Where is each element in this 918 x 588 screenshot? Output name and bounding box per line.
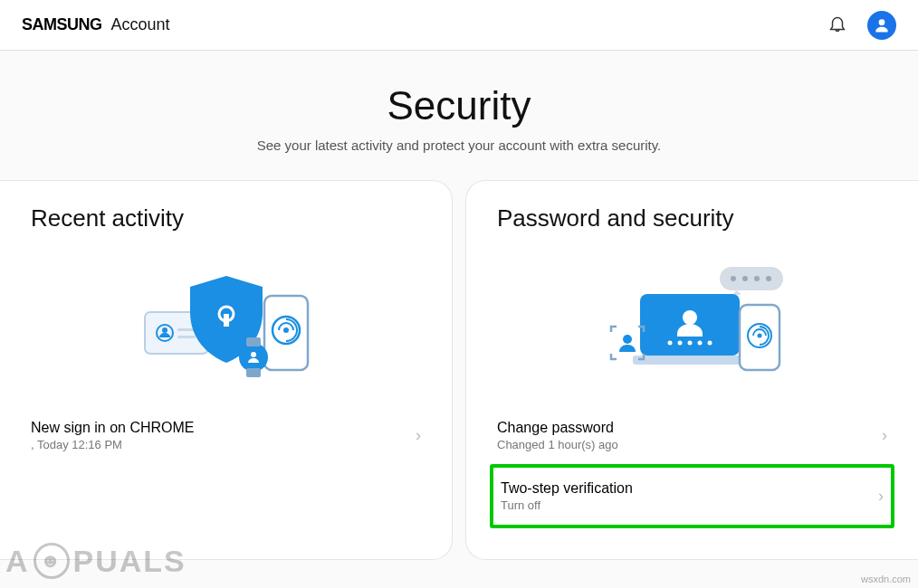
svg-point-3 bbox=[162, 327, 167, 333]
password-security-card: Password and security bbox=[465, 180, 918, 560]
svg-point-32 bbox=[757, 334, 761, 338]
svg-point-28 bbox=[707, 341, 712, 346]
watermark-right: wsxdn.com bbox=[861, 574, 911, 584]
svg-rect-12 bbox=[246, 337, 261, 346]
svg-point-26 bbox=[687, 341, 692, 346]
svg-point-0 bbox=[879, 19, 885, 25]
two-step-verification-row[interactable]: Two-step verification Turn off › bbox=[490, 464, 894, 528]
watermark-left-pre: A bbox=[5, 544, 30, 579]
two-step-sub: Turn off bbox=[501, 498, 633, 512]
svg-rect-5 bbox=[177, 336, 196, 338]
brand-primary: SAMSUNG bbox=[22, 15, 102, 34]
svg-point-10 bbox=[283, 327, 289, 333]
svg-point-27 bbox=[697, 341, 702, 346]
svg-rect-22 bbox=[633, 356, 747, 365]
row-text: Two-step verification Turn off bbox=[501, 480, 633, 512]
svg-rect-15 bbox=[720, 267, 783, 290]
page-title: Security bbox=[18, 83, 900, 128]
svg-point-18 bbox=[754, 276, 760, 281]
notifications-icon[interactable] bbox=[827, 14, 847, 37]
svg-point-29 bbox=[623, 335, 632, 344]
account-avatar[interactable] bbox=[867, 11, 896, 40]
cards-container: Recent activity bbox=[0, 180, 918, 560]
chevron-right-icon: › bbox=[416, 426, 421, 445]
watermark-face-icon: ☻ bbox=[33, 543, 70, 579]
brand-secondary: Account bbox=[111, 15, 170, 34]
svg-point-19 bbox=[766, 276, 771, 281]
activity-title: New sign in on CHROME bbox=[31, 420, 195, 436]
recent-activity-title: Recent activity bbox=[31, 204, 421, 232]
password-security-illustration bbox=[497, 249, 887, 394]
svg-point-25 bbox=[677, 341, 682, 346]
page-title-block: Security See your latest activity and pr… bbox=[0, 51, 918, 180]
row-text: New sign in on CHROME , Today 12:16 PM bbox=[31, 420, 195, 451]
svg-point-24 bbox=[667, 341, 672, 346]
recent-activity-card: Recent activity bbox=[0, 180, 453, 560]
change-password-sub: Changed 1 hour(s) ago bbox=[497, 438, 618, 451]
svg-rect-7 bbox=[224, 314, 229, 327]
svg-point-17 bbox=[742, 276, 748, 281]
header: SAMSUNG Account bbox=[0, 0, 918, 51]
change-password-title: Change password bbox=[497, 420, 618, 436]
header-actions bbox=[827, 11, 896, 40]
chevron-right-icon: › bbox=[878, 487, 884, 506]
svg-rect-13 bbox=[246, 368, 261, 377]
chevron-right-icon: › bbox=[882, 426, 887, 445]
change-password-row[interactable]: Change password Changed 1 hour(s) ago › bbox=[497, 406, 887, 464]
svg-point-14 bbox=[251, 352, 256, 357]
recent-activity-row[interactable]: New sign in on CHROME , Today 12:16 PM › bbox=[31, 406, 421, 464]
two-step-title: Two-step verification bbox=[501, 480, 633, 497]
page-subtitle: See your latest activity and protect you… bbox=[18, 138, 900, 153]
brand: SAMSUNG Account bbox=[22, 15, 170, 34]
recent-activity-illustration bbox=[31, 249, 421, 394]
password-security-title: Password and security bbox=[497, 204, 887, 232]
watermark-left-post: PUALS bbox=[73, 544, 186, 579]
watermark-left: A ☻ PUALS bbox=[5, 543, 186, 579]
svg-point-23 bbox=[683, 310, 697, 325]
row-text: Change password Changed 1 hour(s) ago bbox=[497, 420, 618, 451]
activity-sub: , Today 12:16 PM bbox=[31, 438, 195, 451]
svg-point-16 bbox=[731, 276, 736, 281]
